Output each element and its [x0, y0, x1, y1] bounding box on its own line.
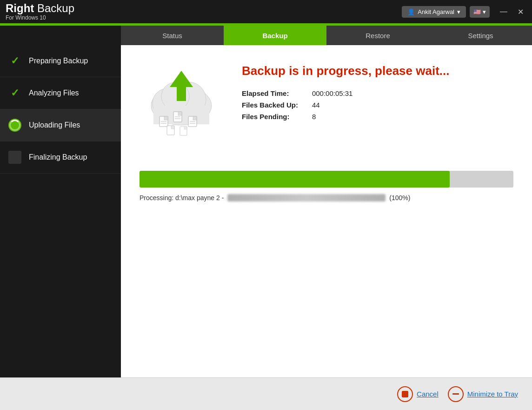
progress-bar-container — [140, 171, 513, 188]
svg-rect-7 — [164, 116, 168, 120]
spinner-active-icon — [8, 119, 21, 132]
tab-settings[interactable]: Settings — [429, 26, 532, 45]
cancel-label: Cancel — [417, 390, 439, 398]
processing-prefix: Processing: d:\max payne 2 - — [140, 194, 224, 202]
sidebar-label-preparing: Preparing Backup — [29, 57, 88, 65]
sidebar-label-analyzing: Analyzing Files — [29, 89, 79, 97]
preparing-icon: ✓ — [7, 54, 22, 68]
minus-icon — [452, 393, 459, 395]
flag-dropdown-icon: ▾ — [483, 8, 486, 15]
tab-status-label: Status — [162, 32, 182, 40]
checkmark-done-icon: ✓ — [11, 55, 19, 67]
app-title: Right Backup — [6, 2, 74, 14]
sidebar-label-uploading: Uploading Files — [29, 121, 80, 129]
minimize-tray-label: Minimize to Tray — [467, 390, 518, 398]
app-branding: Right Backup For Windows 10 — [6, 2, 74, 21]
elapsed-row: Elapsed Time: 000:00:05:31 — [242, 87, 352, 99]
dropdown-arrow-icon: ▾ — [457, 8, 460, 15]
svg-rect-11 — [178, 112, 182, 115]
tab-status[interactable]: Status — [121, 26, 224, 45]
tab-backup[interactable]: Backup — [224, 26, 326, 45]
tab-restore-label: Restore — [366, 32, 390, 40]
minimize-window-button[interactable]: — — [497, 7, 510, 17]
checkmark-done-icon2: ✓ — [11, 87, 19, 99]
minimize-to-tray-button[interactable]: Minimize to Tray — [448, 386, 518, 402]
finalizing-icon — [7, 150, 22, 165]
cloud-svg — [142, 61, 221, 141]
uploading-icon — [7, 118, 22, 133]
sidebar: ✓ Preparing Backup ✓ Analyzing Files Upl… — [0, 45, 121, 377]
backed-row: Files Backed Up: 44 — [242, 99, 352, 111]
window-controls: — ✕ — [497, 7, 526, 17]
cancel-icon — [397, 386, 413, 402]
stop-square-icon — [402, 391, 408, 397]
tab-restore[interactable]: Restore — [326, 26, 429, 45]
sidebar-item-finalizing[interactable]: Finalizing Backup — [0, 141, 121, 174]
pending-label: Files Pending: — [242, 111, 312, 122]
backed-value: 44 — [312, 99, 353, 111]
svg-rect-15 — [193, 116, 197, 120]
pending-value: 8 — [312, 111, 353, 122]
status-info: Backup is in progress, please wait... El… — [242, 59, 513, 122]
svg-rect-21 — [184, 127, 187, 129]
svg-rect-19 — [171, 126, 174, 129]
processing-filename-blurred — [227, 194, 386, 202]
title-bar-right: 👤 Ankit Agarwal ▾ 🇺🇸 ▾ — ✕ — [402, 6, 526, 18]
close-window-button[interactable]: ✕ — [515, 7, 526, 17]
elapsed-value: 000:00:05:31 — [312, 87, 353, 99]
progress-bar-fill — [140, 171, 450, 188]
sidebar-item-analyzing[interactable]: ✓ Analyzing Files — [0, 77, 121, 109]
sidebar-label-finalizing: Finalizing Backup — [29, 153, 87, 161]
content-area: Backup is in progress, please wait... El… — [121, 45, 532, 377]
main-layout: ✓ Preparing Backup ✓ Analyzing Files Upl… — [0, 45, 532, 377]
tab-settings-label: Settings — [468, 32, 493, 40]
user-name: Ankit Agarwal — [418, 8, 454, 15]
processing-suffix: (100%) — [389, 194, 410, 202]
analyzing-icon: ✓ — [7, 86, 22, 101]
processing-text: Processing: d:\max payne 2 - (100%) — [140, 194, 513, 202]
title-bar: Right Backup For Windows 10 👤 Ankit Agar… — [0, 0, 532, 23]
minimize-tray-icon — [448, 386, 464, 402]
cancel-button[interactable]: Cancel — [397, 386, 439, 402]
pending-row: Files Pending: 8 — [242, 111, 352, 122]
backup-status-title: Backup is in progress, please wait... — [242, 64, 513, 78]
user-button[interactable]: 👤 Ankit Agarwal ▾ — [402, 6, 466, 18]
cloud-upload-illustration — [140, 59, 223, 143]
elapsed-label: Elapsed Time: — [242, 87, 312, 99]
pending-square-icon — [8, 151, 21, 164]
language-button[interactable]: 🇺🇸 ▾ — [470, 6, 490, 18]
sidebar-item-uploading[interactable]: Uploading Files — [0, 109, 121, 141]
footer: Cancel Minimize to Tray — [0, 377, 532, 410]
status-table: Elapsed Time: 000:00:05:31 Files Backed … — [242, 87, 352, 122]
tab-backup-label: Backup — [262, 32, 287, 40]
sidebar-item-preparing[interactable]: ✓ Preparing Backup — [0, 45, 121, 77]
content-top: Backup is in progress, please wait... El… — [140, 59, 513, 143]
flag-icon: 🇺🇸 — [473, 8, 481, 15]
backed-label: Files Backed Up: — [242, 99, 312, 111]
user-icon: 👤 — [407, 8, 415, 15]
nav-bar: Status Backup Restore Settings — [121, 26, 532, 45]
progress-section: Processing: d:\max payne 2 - (100%) — [140, 171, 513, 202]
app-subtitle: For Windows 10 — [6, 14, 74, 21]
